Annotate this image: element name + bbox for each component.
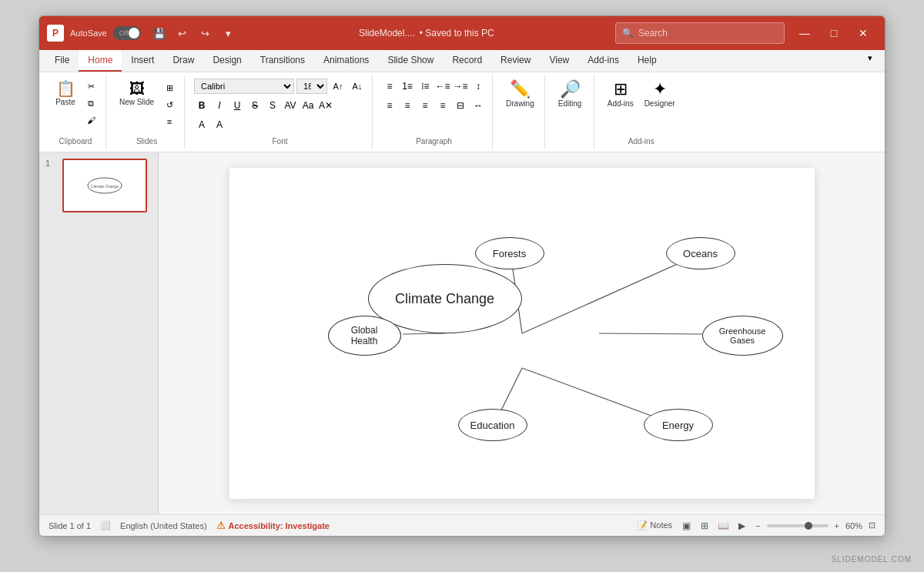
tab-slideshow[interactable]: Slide Show bbox=[378, 50, 443, 72]
slide-info-icon[interactable]: ⬜ bbox=[100, 520, 111, 530]
redo-icon-btn[interactable]: ↪ bbox=[196, 24, 215, 42]
font-size-decrease-btn[interactable]: A↓ bbox=[349, 79, 366, 94]
align-right-btn[interactable]: ≡ bbox=[417, 98, 433, 113]
accessibility-badge[interactable]: ⚠ Accessibility: Investigate bbox=[216, 520, 330, 531]
minimize-button[interactable]: — bbox=[791, 22, 819, 44]
editing-button[interactable]: 🔎 Editing bbox=[554, 79, 586, 110]
zoom-decrease-btn[interactable]: − bbox=[755, 521, 760, 530]
font-size-select[interactable]: 18 bbox=[296, 79, 327, 94]
columns-btn[interactable]: ⊟ bbox=[453, 98, 468, 113]
zoom-increase-btn[interactable]: + bbox=[835, 521, 839, 530]
slide-sorter-btn[interactable]: ⊞ bbox=[697, 518, 712, 534]
ribbon-group-slides: 🖼 New Slide ⊞ ↺ ≡ Slides bbox=[109, 75, 185, 149]
text-direction-btn[interactable]: ↔ bbox=[470, 98, 486, 113]
tab-insert[interactable]: Insert bbox=[122, 50, 163, 72]
underline-button[interactable]: U bbox=[229, 98, 245, 113]
tab-addins[interactable]: Add-ins bbox=[578, 50, 628, 72]
forests-node[interactable]: Forests bbox=[475, 237, 544, 269]
cut-button[interactable]: ✂ bbox=[82, 79, 99, 94]
designer-button[interactable]: ✦ Designer bbox=[641, 79, 679, 110]
font-color-btn[interactable]: A bbox=[194, 117, 209, 132]
ribbon-content: 📋 Paste ✂ ⧉ 🖌 Clipboard 🖼 New Slid bbox=[39, 72, 885, 152]
close-button[interactable]: ✕ bbox=[849, 22, 877, 44]
strikethrough-button[interactable]: S bbox=[247, 98, 263, 113]
indent-decrease-btn[interactable]: ←≡ bbox=[435, 79, 450, 94]
energy-node[interactable]: Energy bbox=[644, 409, 713, 441]
search-icon: 🔍 bbox=[622, 28, 634, 38]
slideshow-btn[interactable]: ▶ bbox=[734, 518, 749, 534]
shadow-button[interactable]: S bbox=[265, 98, 280, 113]
save-icon-btn[interactable]: 💾 bbox=[150, 24, 169, 42]
font-family-select[interactable]: Calibri bbox=[194, 79, 294, 94]
maximize-button[interactable]: □ bbox=[820, 22, 848, 44]
mindmap: Climate Change Forests Oceans GlobalHeal… bbox=[229, 168, 815, 499]
slide[interactable]: Climate Change Forests Oceans GlobalHeal… bbox=[229, 168, 815, 499]
bullets-btn[interactable]: ≡ bbox=[382, 79, 397, 94]
autosave-toggle[interactable]: Off bbox=[113, 26, 141, 40]
oceans-node[interactable]: Oceans bbox=[666, 237, 735, 269]
align-center-btn[interactable]: ≡ bbox=[400, 98, 415, 113]
slide-reset-btn[interactable]: ↺ bbox=[161, 97, 178, 112]
tab-view[interactable]: View bbox=[540, 50, 578, 72]
tab-home[interactable]: Home bbox=[79, 50, 122, 72]
slide-thumbnail[interactable]: Climate Change bbox=[62, 159, 147, 212]
format-painter-button[interactable]: 🖌 bbox=[82, 112, 99, 128]
fit-slide-btn[interactable]: ⊡ bbox=[869, 520, 875, 530]
tab-draw[interactable]: Draw bbox=[163, 50, 203, 72]
font-case-button[interactable]: Aa bbox=[300, 98, 316, 113]
file-name: SlideModel.... bbox=[359, 28, 415, 38]
main-area: 1 Climate Change bbox=[39, 152, 885, 514]
global-health-label: GlobalHealth bbox=[351, 325, 378, 346]
tab-help[interactable]: Help bbox=[628, 50, 666, 72]
customize-icon-btn[interactable]: ▾ bbox=[219, 24, 238, 42]
undo-icon-btn[interactable]: ↩ bbox=[173, 24, 192, 42]
normal-view-btn[interactable]: ▣ bbox=[678, 518, 694, 534]
search-bar[interactable]: 🔍 bbox=[615, 22, 785, 44]
clear-format-btn[interactable]: A✕ bbox=[318, 98, 333, 113]
toggle-state-label: Off bbox=[119, 29, 129, 37]
new-slide-button[interactable]: 🖼 New Slide bbox=[116, 79, 158, 109]
zoom-slider[interactable] bbox=[767, 524, 829, 527]
tab-review[interactable]: Review bbox=[491, 50, 540, 72]
new-slide-icon: 🖼 bbox=[129, 81, 145, 96]
title-bar-actions: 💾 ↩ ↪ ▾ bbox=[150, 24, 238, 42]
ribbon-expand-btn[interactable]: ▾ bbox=[862, 50, 879, 65]
global-health-node[interactable]: GlobalHealth bbox=[328, 316, 401, 356]
drawing-button[interactable]: ✏️ Drawing bbox=[502, 79, 538, 110]
reading-view-btn[interactable]: 📖 bbox=[715, 518, 731, 534]
paragraph-group-label: Paragraph bbox=[382, 134, 486, 146]
app-window: P AutoSave Off 💾 ↩ ↪ ▾ SlideModel.... • … bbox=[38, 15, 886, 537]
line-spacing-btn[interactable]: ↕ bbox=[470, 79, 486, 94]
ribbon-group-addins: ⊞ Add-ins ✦ Designer Add-ins bbox=[598, 75, 685, 149]
education-node[interactable]: Education bbox=[458, 409, 527, 441]
tab-design[interactable]: Design bbox=[203, 50, 250, 72]
justify-btn[interactable]: ≡ bbox=[435, 98, 450, 113]
highlight-color-btn[interactable]: A bbox=[212, 117, 227, 132]
copy-button[interactable]: ⧉ bbox=[82, 95, 99, 111]
tab-record[interactable]: Record bbox=[443, 50, 491, 72]
bold-button[interactable]: B bbox=[194, 98, 209, 113]
addins-button[interactable]: ⊞ Add-ins bbox=[604, 79, 638, 110]
search-input[interactable] bbox=[638, 28, 762, 38]
align-left-btn[interactable]: ≡ bbox=[382, 98, 397, 113]
ribbon-group-font: Calibri 18 A↑ A↓ B I U S S AV bbox=[188, 75, 373, 149]
numbering-btn[interactable]: 1≡ bbox=[400, 79, 415, 94]
font-size-increase-btn[interactable]: A↑ bbox=[330, 79, 346, 94]
view-buttons: ▣ ⊞ 📖 ▶ bbox=[678, 518, 749, 534]
status-bar: Slide 1 of 1 ⬜ English (United States) ⚠… bbox=[39, 514, 885, 536]
status-right: 📝 Notes ▣ ⊞ 📖 ▶ − + 60% ⊡ bbox=[637, 518, 875, 534]
watermark: SLIDEMODEL.COM bbox=[0, 552, 924, 567]
slide-section-btn[interactable]: ≡ bbox=[161, 114, 178, 129]
indent-increase-btn[interactable]: →≡ bbox=[453, 79, 468, 94]
col-count-btn[interactable]: ⁞≡ bbox=[417, 79, 433, 94]
tab-file[interactable]: File bbox=[45, 50, 79, 72]
char-spacing-button[interactable]: AV bbox=[283, 98, 298, 113]
svg-line-3 bbox=[522, 253, 701, 333]
tab-transitions[interactable]: Transitions bbox=[251, 50, 314, 72]
slide-layout-btn[interactable]: ⊞ bbox=[161, 80, 178, 95]
italic-button[interactable]: I bbox=[212, 98, 227, 113]
tab-animations[interactable]: Animations bbox=[314, 50, 378, 72]
greenhouse-gases-node[interactable]: GreenhouseGases bbox=[702, 316, 783, 356]
notes-btn[interactable]: 📝 Notes bbox=[637, 520, 672, 530]
paste-button[interactable]: 📋 Paste bbox=[52, 79, 79, 109]
